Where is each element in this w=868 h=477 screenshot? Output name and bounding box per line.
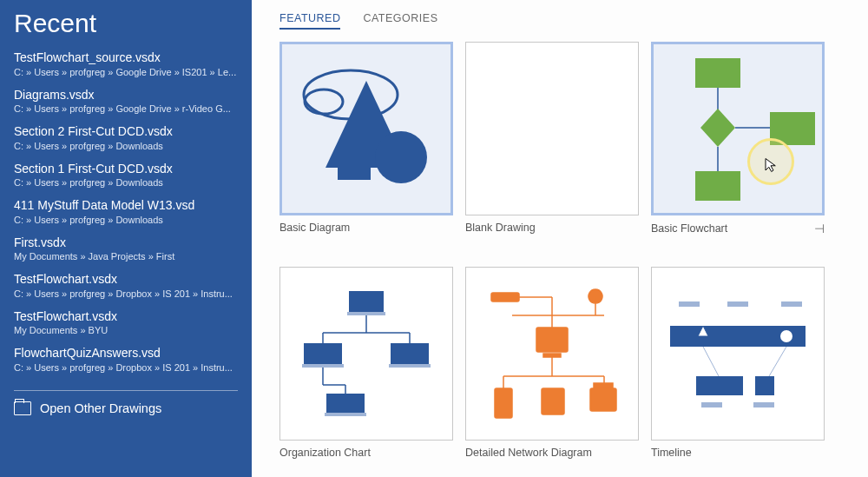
basic-diagram-icon	[293, 55, 440, 202]
template-label: Blank Drawing	[465, 222, 639, 234]
svg-rect-51	[755, 376, 774, 395]
recent-file-name: 411 MyStuff Data Model W13.vsd	[14, 198, 238, 214]
template-card-timeline[interactable]: Timeline	[651, 267, 825, 459]
template-thumb-network-diagram	[465, 267, 639, 441]
svg-rect-12	[349, 291, 384, 314]
recent-file-path: C: » Users » profgreg » Dropbox » IS 201…	[14, 288, 238, 299]
network-diagram-icon	[474, 275, 630, 432]
recent-file-name: Section 2 First-Cut DCD.vsdx	[14, 124, 238, 140]
svg-point-47	[779, 329, 793, 343]
svg-rect-44	[727, 301, 748, 307]
recent-file-item[interactable]: TestFlowchart.vsdx C: » Users » profgreg…	[14, 272, 238, 299]
recent-file-path: C: » Users » profgreg » Dropbox » IS 201…	[14, 362, 238, 373]
template-label: Basic Flowchart	[651, 222, 727, 235]
open-other-drawings-button[interactable]: Open Other Drawings	[14, 401, 238, 415]
recent-file-name: Section 1 First-Cut DCD.vsdx	[14, 162, 238, 177]
template-label: Basic Diagram	[279, 222, 453, 234]
recent-sidebar: Recent TestFlowchart_source.vsdx C: » Us…	[0, 0, 252, 477]
template-tabs: FEATURED CATEGORIES	[279, 9, 844, 30]
template-card-network-diagram[interactable]: Detailed Network Diagram	[465, 267, 639, 459]
recent-file-path: My Documents » BYU	[14, 325, 238, 335]
recent-file-item[interactable]: TestFlowchart.vsdx My Documents » BYU	[14, 309, 238, 336]
recent-file-path: My Documents » Java Projects » First	[14, 251, 238, 262]
tab-categories[interactable]: CATEGORIES	[363, 9, 437, 30]
svg-point-0	[304, 70, 398, 119]
template-grid: Basic Diagram Blank Drawing	[279, 42, 844, 459]
sidebar-divider	[14, 390, 238, 391]
recent-file-item[interactable]: Section 1 First-Cut DCD.vsdx C: » Users …	[14, 162, 238, 189]
recent-file-item[interactable]: First.vsdx My Documents » Java Projects …	[14, 235, 238, 262]
svg-line-48	[703, 347, 719, 376]
svg-rect-32	[536, 328, 568, 352]
org-chart-icon	[288, 275, 444, 432]
recent-file-path: C: » Users » profgreg » Downloads	[14, 141, 238, 151]
template-thumb-basic-diagram	[279, 42, 453, 215]
svg-rect-11	[695, 171, 740, 201]
template-label-row: Basic Flowchart ⊣	[651, 222, 825, 235]
recent-file-list: TestFlowchart_source.vsdx C: » Users » p…	[14, 50, 238, 383]
svg-rect-18	[304, 343, 342, 366]
recent-heading: Recent	[14, 9, 238, 38]
recent-file-item[interactable]: TestFlowchart_source.vsdx C: » Users » p…	[14, 50, 238, 77]
template-card-basic-flowchart[interactable]: Basic Flowchart ⊣	[651, 42, 825, 235]
svg-rect-50	[696, 376, 743, 395]
svg-point-1	[305, 89, 343, 114]
template-label: Detailed Network Diagram	[465, 447, 639, 459]
recent-file-item[interactable]: FlowchartQuizAnswers.vsd C: » Users » pr…	[14, 346, 238, 373]
svg-rect-21	[389, 364, 431, 368]
template-card-basic-diagram[interactable]: Basic Diagram	[279, 42, 453, 235]
svg-rect-4	[338, 147, 371, 180]
template-card-blank-drawing[interactable]: Blank Drawing	[465, 42, 639, 235]
recent-file-name: FlowchartQuizAnswers.vsd	[14, 346, 238, 361]
timeline-icon	[658, 274, 818, 434]
basic-flowchart-icon	[655, 46, 820, 211]
cursor-icon	[763, 157, 779, 173]
svg-line-49	[769, 347, 786, 376]
svg-rect-19	[302, 364, 344, 368]
svg-rect-5	[695, 58, 740, 88]
recent-file-item[interactable]: Diagrams.vsdx C: » Users » profgreg » Go…	[14, 88, 238, 115]
svg-rect-41	[594, 383, 613, 388]
svg-marker-7	[700, 109, 735, 147]
open-other-label: Open Other Drawings	[40, 401, 161, 415]
svg-rect-20	[391, 343, 429, 366]
svg-rect-40	[590, 388, 616, 411]
recent-file-name: First.vsdx	[14, 235, 238, 251]
template-label: Timeline	[651, 447, 825, 459]
recent-file-item[interactable]: Section 2 First-Cut DCD.vsdx C: » Users …	[14, 124, 238, 151]
svg-rect-25	[326, 394, 365, 414]
svg-rect-33	[543, 354, 561, 357]
svg-rect-52	[701, 402, 722, 407]
svg-rect-26	[325, 413, 366, 416]
svg-rect-27	[491, 293, 519, 301]
recent-file-name: TestFlowchart.vsdx	[14, 272, 238, 288]
svg-rect-9	[770, 112, 815, 145]
svg-point-3	[375, 131, 427, 183]
svg-rect-13	[347, 312, 385, 315]
template-label: Organization Chart	[279, 447, 453, 459]
template-thumb-basic-flowchart	[651, 42, 825, 215]
recent-file-name: Diagrams.vsdx	[14, 88, 238, 103]
recent-file-path: C: » Users » profgreg » Downloads	[14, 177, 238, 188]
recent-file-name: TestFlowchart_source.vsdx	[14, 50, 238, 66]
template-thumb-organization-chart	[279, 267, 453, 441]
template-gallery: FEATURED CATEGORIES Basic Diagram Blank …	[252, 0, 868, 477]
svg-rect-43	[679, 301, 700, 307]
tab-featured[interactable]: FEATURED	[279, 9, 340, 30]
recent-file-item[interactable]: 411 MyStuff Data Model W13.vsd C: » User…	[14, 198, 238, 225]
pin-icon[interactable]: ⊣	[814, 222, 825, 235]
template-thumb-blank-drawing	[465, 42, 639, 215]
recent-file-path: C: » Users » profgreg » Downloads	[14, 215, 238, 225]
recent-file-path: C: » Users » profgreg » Google Drive » I…	[14, 67, 238, 77]
template-thumb-timeline	[651, 267, 825, 441]
svg-rect-38	[495, 388, 512, 418]
folder-open-icon	[14, 401, 31, 415]
recent-file-path: C: » Users » profgreg » Google Drive » r…	[14, 103, 238, 114]
recent-file-name: TestFlowchart.vsdx	[14, 309, 238, 325]
svg-rect-39	[542, 388, 564, 414]
template-card-organization-chart[interactable]: Organization Chart	[279, 267, 453, 459]
svg-rect-45	[781, 301, 802, 307]
svg-rect-53	[753, 402, 774, 407]
